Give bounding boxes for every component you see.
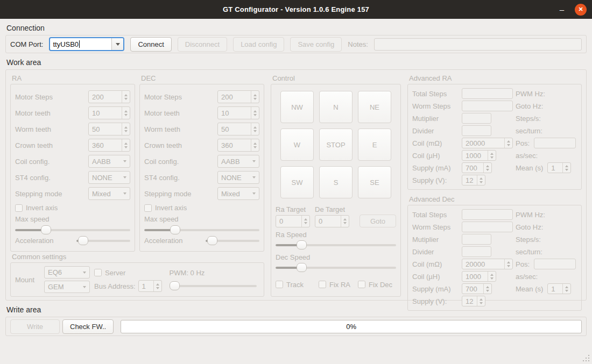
w-button[interactable]: W [280, 129, 314, 161]
ra-acceleration-slider[interactable] [76, 235, 130, 246]
ra-motor-steps-spinbox[interactable]: 200 [88, 90, 130, 103]
notes-input[interactable] [374, 38, 582, 51]
slider-thumb[interactable] [297, 263, 307, 272]
slider-thumb[interactable] [170, 225, 180, 234]
ra-coil-config-dropdown[interactable]: AABB [88, 155, 130, 168]
ra-divider-field[interactable] [462, 125, 491, 136]
dec-stepping-mode-dropdown[interactable]: Mixed [217, 187, 259, 200]
spinner-arrows[interactable] [483, 284, 491, 294]
ra-speed-slider[interactable] [276, 240, 396, 250]
dec-crown-teeth-spinbox[interactable]: 360 [217, 139, 259, 152]
spinner-arrows[interactable] [251, 91, 259, 103]
dec-worm-steps-field[interactable] [462, 222, 513, 232]
stop-button[interactable]: STOP [319, 129, 353, 161]
dec-total-steps-field[interactable] [462, 209, 513, 220]
com-port-dropdown-button[interactable] [111, 38, 123, 50]
ra-coil-uh-spinbox[interactable]: 1000 [462, 150, 496, 161]
ra-supply-ma-spinbox[interactable]: 700 [462, 162, 492, 173]
spinner-arrows[interactable] [477, 175, 485, 185]
dec-coil-uh-spinbox[interactable]: 1000 [462, 271, 496, 282]
ne-button[interactable]: NE [358, 91, 391, 123]
dec-worm-teeth-spinbox[interactable]: 50 [217, 123, 259, 135]
ra-coil-mohm-spinbox[interactable]: 20000 [462, 138, 513, 148]
dec-invert-axis-checkbox[interactable]: Invert axis [144, 203, 259, 213]
spinner-arrows[interactable] [251, 139, 259, 151]
dec-max-speed-slider[interactable] [144, 225, 259, 234]
ra-total-steps-field[interactable] [462, 88, 513, 99]
pwm-slider[interactable] [170, 281, 257, 291]
spinner-arrows[interactable] [301, 216, 309, 227]
dec-acceleration-slider[interactable] [206, 235, 259, 246]
slider-thumb[interactable] [41, 225, 51, 234]
s-button[interactable]: S [319, 166, 353, 198]
ra-supply-v-spinbox[interactable]: 12 [462, 175, 485, 185]
dec-coil-config-dropdown[interactable]: AABB [217, 155, 259, 168]
sw-button[interactable]: SW [280, 166, 314, 198]
resize-grip[interactable] [581, 353, 589, 361]
dec-st4-config-dropdown[interactable]: NONE [217, 171, 259, 184]
ra-multiplier-field[interactable] [462, 113, 491, 124]
track-checkbox[interactable]: Track [276, 279, 304, 290]
e-button[interactable]: E [358, 129, 391, 161]
ra-max-speed-slider[interactable] [15, 225, 130, 234]
spinner-arrows[interactable] [562, 163, 570, 173]
dec-multiplier-field[interactable] [462, 234, 491, 245]
ra-stepping-mode-dropdown[interactable]: Mixed [88, 187, 130, 200]
minimize-button[interactable]: – [558, 7, 566, 12]
dec-coil-mohm-spinbox[interactable]: 20000 [462, 259, 513, 269]
dec-supply-ma-spinbox[interactable]: 700 [462, 283, 492, 294]
dec-pos-field[interactable] [534, 259, 576, 269]
spinner-arrows[interactable] [122, 107, 130, 119]
se-button[interactable]: SE [358, 166, 391, 198]
fix-ra-checkbox[interactable]: Fix RA [319, 279, 350, 290]
ra-pos-field[interactable] [534, 138, 576, 148]
spinner-arrows[interactable] [488, 272, 496, 281]
de-target-spinbox[interactable]: 0 [315, 215, 349, 227]
ra-mean-spinbox[interactable]: 1 [547, 162, 571, 173]
slider-thumb[interactable] [207, 236, 217, 245]
ra-worm-teeth-spinbox[interactable]: 50 [88, 123, 130, 135]
dec-divider-field[interactable] [462, 246, 491, 257]
dec-speed-slider[interactable] [276, 262, 396, 273]
spinner-arrows[interactable] [483, 163, 491, 173]
ra-st4-config-dropdown[interactable]: NONE [88, 171, 130, 184]
spinner-arrows[interactable] [504, 259, 512, 269]
slider-thumb[interactable] [297, 240, 307, 249]
spinner-arrows[interactable] [477, 296, 485, 306]
titlebar[interactable]: GT Configurator - Version 1.0.6 Engine 1… [0, 0, 592, 19]
disconnect-button[interactable]: Disconnect [178, 37, 227, 52]
ra-worm-steps-field[interactable] [462, 101, 513, 111]
bus-address-spinbox[interactable]: 1 [138, 280, 162, 292]
slider-thumb[interactable] [170, 281, 180, 290]
spinner-arrows[interactable] [341, 216, 349, 227]
slider-thumb[interactable] [78, 236, 88, 245]
spinner-arrows[interactable] [122, 91, 130, 103]
dec-mean-spinbox[interactable]: 1 [547, 283, 571, 294]
ra-target-spinbox[interactable]: 0 [276, 215, 310, 227]
spinner-arrows[interactable] [153, 281, 161, 291]
com-port-combobox[interactable]: ttyUSB0 [49, 37, 124, 51]
fix-dec-checkbox[interactable]: Fix Dec [358, 279, 392, 290]
n-button[interactable]: N [319, 91, 353, 123]
goto-button[interactable]: Goto [360, 215, 396, 227]
load-config-button[interactable]: Load config [233, 37, 284, 52]
spinner-arrows[interactable] [562, 284, 570, 294]
mount-style-dropdown[interactable]: GEM [44, 281, 90, 293]
ra-invert-axis-checkbox[interactable]: Invert axis [15, 203, 130, 213]
spinner-arrows[interactable] [251, 123, 259, 135]
write-button[interactable]: Write [10, 319, 60, 334]
ra-motor-teeth-spinbox[interactable]: 10 [88, 106, 130, 119]
dec-motor-steps-spinbox[interactable]: 200 [217, 90, 259, 103]
spinner-arrows[interactable] [122, 123, 130, 135]
spinner-arrows[interactable] [251, 107, 259, 119]
spinner-arrows[interactable] [504, 138, 512, 148]
ra-crown-teeth-spinbox[interactable]: 360 [88, 139, 130, 152]
mount-type-dropdown[interactable]: EQ6 [44, 266, 90, 279]
spinner-arrows[interactable] [488, 151, 496, 160]
dec-supply-v-spinbox[interactable]: 12 [462, 296, 485, 306]
check-fw-button[interactable]: Check FW.. [62, 319, 114, 334]
connect-button[interactable]: Connect [130, 37, 171, 52]
save-config-button[interactable]: Save config [290, 37, 342, 52]
server-checkbox[interactable]: Server [94, 267, 162, 278]
dec-motor-teeth-spinbox[interactable]: 10 [217, 106, 259, 119]
